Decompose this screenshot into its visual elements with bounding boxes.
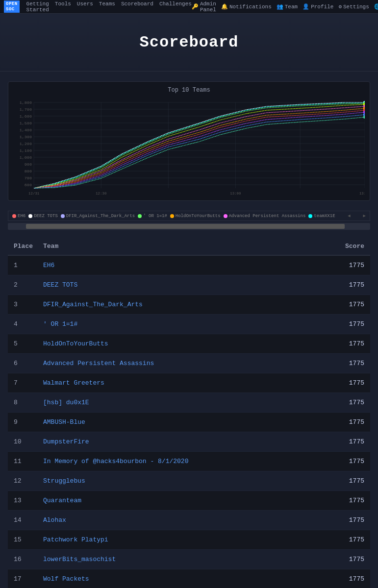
score-value: 1775 [325,575,364,583]
score-team[interactable]: Advanced Persistent Assassins [43,360,325,367]
logo: OPENSOC [4,0,20,13]
svg-text:600: 600 [25,183,32,187]
svg-text:1,100: 1,100 [20,148,32,153]
legend-dot-deez [28,214,32,218]
score-team[interactable]: Strugglebus [43,477,325,485]
table-row[interactable]: 7 Walmart Greeters 1775 [8,373,370,393]
svg-text:08-00: 08-00 [230,195,241,196]
score-team[interactable]: [hsb] du0x1E [43,399,325,406]
score-value: 1775 [325,418,364,426]
legend-prev-arrow[interactable]: ◀ [348,213,350,219]
svg-text:08-00: 08-00 [28,195,39,196]
navbar: OPENSOC Getting Started Tools Users Team… [0,0,378,14]
score-team[interactable]: Alohax [43,516,325,524]
svg-text:800: 800 [25,169,32,173]
globe-icon: 🌐 [374,3,378,10]
nav-getting-started[interactable]: Getting Started [26,1,49,13]
admin-panel-link[interactable]: 🔑 Admin Panel [192,1,216,13]
svg-text:900: 900 [25,162,32,167]
legend-label-apa: Advanced Persistent Assassins [229,214,306,219]
legend-item-hold: HoldOnToYourButts [170,214,221,219]
score-team[interactable]: DumpsterFire [43,438,325,445]
main-nav: Getting Started Tools Users Teams Scoreb… [26,1,192,13]
score-value: 1775 [325,516,364,524]
nav-tools[interactable]: Tools [55,1,71,13]
legend-next-arrow[interactable]: ▶ [363,213,366,219]
score-place: 12 [14,477,43,485]
globe-link[interactable]: 🌐 [374,3,378,10]
nav-challenges[interactable]: Challenges [159,1,192,13]
team-header: Team [43,243,325,250]
chart-scrollbar-thumb[interactable] [26,224,345,229]
nav-right: 🔑 Admin Panel 🔔 Notifications 👥 Team 👤 P… [192,1,378,13]
table-row[interactable]: 11 In Memory of @hacks4bourbon - 8/1/202… [8,452,370,471]
settings-link[interactable]: ⚙ Settings [338,3,369,10]
score-team[interactable]: Patchwork Platypi [43,536,325,543]
svg-text:1,600: 1,600 [20,114,32,119]
score-team[interactable]: lowerBits_masochist [43,556,325,563]
score-value: 1775 [325,262,364,269]
key-icon: 🔑 [192,3,199,10]
table-row[interactable]: 17 Wolf Packets 1775 [8,569,370,588]
legend-dot-eh6 [12,214,16,218]
legend-label-xx: teamXX1E [314,214,335,219]
svg-text:08-00: 08-00 [359,195,365,196]
page-header: Scoreboard [0,14,378,72]
legend-item-or: ' OR 1=1# [138,214,167,219]
nav-scoreboard[interactable]: Scoreboard [121,1,153,13]
score-team[interactable]: HoldOnToYourButts [43,340,325,347]
scoreboard: Place Team Score 1 EH6 1775 2 DEEZ TOTS … [8,238,370,588]
score-team[interactable]: EH6 [43,262,325,269]
svg-text:1,500: 1,500 [20,121,32,125]
score-team[interactable]: Wolf Packets [43,575,325,583]
table-row[interactable]: 16 lowerBits_masochist 1775 [8,550,370,569]
score-table-header: Place Team Score [8,238,370,256]
table-row[interactable]: 12 Strugglebus 1775 [8,471,370,491]
table-row[interactable]: 15 Patchwork Platypi 1775 [8,530,370,550]
legend-item-eh6: EH6 [12,214,25,219]
score-value: 1775 [325,340,364,347]
score-team[interactable]: DEEZ TOTS [43,281,325,289]
table-row[interactable]: 14 Alohax 1775 [8,511,370,530]
legend-dot-apa [224,214,227,218]
score-value: 1775 [325,497,364,504]
nav-users[interactable]: Users [77,1,93,13]
notifications-link[interactable]: 🔔 Notifications [221,3,272,10]
user-icon: 👤 [302,3,309,10]
svg-text:08-00: 08-00 [96,195,106,196]
score-team[interactable]: Walmart Greeters [43,379,325,387]
table-row[interactable]: 5 HoldOnToYourButts 1775 [8,334,370,354]
score-team[interactable]: In Memory of @hacks4bourbon - 8/1/2020 [43,458,325,465]
score-value: 1775 [325,320,364,328]
score-team[interactable]: DFIR_Against_The_Dark_Arts [43,301,325,308]
score-place: 16 [14,556,43,563]
chart-scrollbar[interactable] [8,223,370,230]
score-team[interactable]: Quaranteam [43,497,325,504]
table-row[interactable]: 4 ' OR 1=1# 1775 [8,315,370,334]
table-row[interactable]: 8 [hsb] du0x1E 1775 [8,393,370,413]
table-row[interactable]: 9 AMBUSH-Blue 1775 [8,413,370,432]
score-rows-container: 1 EH6 1775 2 DEEZ TOTS 1775 3 DFIR_Again… [8,256,370,588]
score-header-label: Score [325,243,364,250]
table-row[interactable]: 13 Quaranteam 1775 [8,491,370,511]
score-team[interactable]: AMBUSH-Blue [43,418,325,426]
nav-teams[interactable]: Teams [99,1,115,13]
page-title: Scoreboard [10,33,368,51]
svg-text:1,400: 1,400 [20,128,32,132]
score-place: 15 [14,536,43,543]
table-row[interactable]: 1 EH6 1775 [8,256,370,275]
team-link[interactable]: 👥 Team [277,3,298,10]
score-team[interactable]: ' OR 1=1# [43,320,325,328]
score-place: 3 [14,301,43,308]
table-row[interactable]: 3 DFIR_Against_The_Dark_Arts 1775 [8,295,370,315]
table-row[interactable]: 10 DumpsterFire 1775 [8,432,370,452]
table-row[interactable]: 2 DEEZ TOTS 1775 [8,275,370,295]
chart-wrapper: 1,800 1,700 1,600 1,500 1,400 1,300 1,20… [13,98,365,196]
profile-link[interactable]: 👤 Profile [302,3,333,10]
legend-dot-xx [308,214,312,218]
score-value: 1775 [325,360,364,367]
legend-dot-or [138,214,142,218]
legend-item-deez: DEEZ TOTS [28,214,58,219]
score-place: 5 [14,340,43,347]
table-row[interactable]: 6 Advanced Persistent Assassins 1775 [8,354,370,373]
